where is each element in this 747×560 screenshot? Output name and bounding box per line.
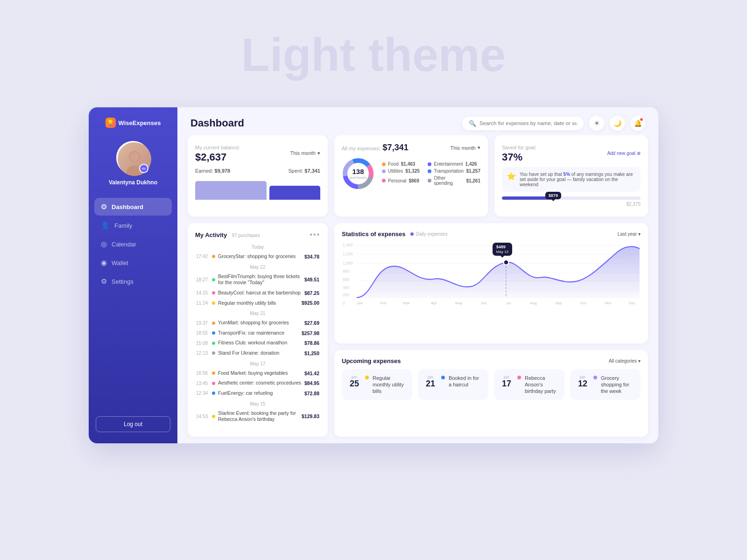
sidebar-item-label: Wallet bbox=[112, 259, 128, 266]
search-input[interactable] bbox=[479, 120, 577, 126]
notification-icon-button[interactable]: 🔔 bbox=[630, 116, 645, 131]
upcoming-item-1: jun 25 Regular monthly utility bills bbox=[342, 369, 412, 400]
svg-text:800: 800 bbox=[343, 269, 349, 273]
sidebar-item-dashboard[interactable]: ⊙ Dashboard bbox=[94, 198, 172, 216]
legend-other: Other spending $1,261 bbox=[428, 175, 480, 186]
sidebar-item-wallet[interactable]: ◉ Wallet bbox=[94, 254, 172, 272]
legend-personal: Personal $869 bbox=[382, 175, 423, 186]
stats-header: Statistics of expenses Daily expenses La… bbox=[342, 231, 641, 238]
sidebar-item-label: Calendar bbox=[112, 241, 136, 248]
upcoming-title: Upcoming expenses bbox=[342, 357, 401, 364]
goal-header: Saved for goal: 37% Add new goal ⊕ bbox=[502, 143, 641, 163]
all-categories-selector[interactable]: All categories ▾ bbox=[609, 358, 641, 364]
sidebar-item-calendar[interactable]: ◎ Calendar bbox=[94, 235, 172, 253]
chart-area-fill bbox=[357, 246, 640, 297]
calendar-icon: ◎ bbox=[101, 240, 107, 248]
sidebar-logout-area: Log out bbox=[96, 416, 170, 432]
food-dot bbox=[382, 162, 386, 166]
plus-circle-icon: ⊕ bbox=[637, 151, 641, 156]
legend-utilities: Utilities $1,325 bbox=[382, 168, 423, 174]
page-title: Dashboard bbox=[190, 117, 244, 129]
svg-text:1,000: 1,000 bbox=[343, 261, 353, 266]
svg-text:400: 400 bbox=[343, 285, 349, 290]
stats-period-selector[interactable]: Last year ▾ bbox=[618, 231, 641, 237]
nav-menu: ⊙ Dashboard 👤 Family ◎ Calendar ◉ Wallet… bbox=[89, 198, 177, 290]
goal-progress-tooltip: $879 bbox=[545, 192, 561, 199]
svg-text:May: May bbox=[455, 301, 462, 305]
expenses-value: $7,341 bbox=[383, 143, 409, 152]
sidebar-item-label: Family bbox=[114, 222, 132, 229]
dashboard-icon: ⊙ bbox=[101, 203, 107, 211]
svg-text:0: 0 bbox=[343, 301, 345, 306]
list-item: 19:37 YumMart: shopping for groceries $2… bbox=[195, 318, 320, 328]
legend-food: Food $1,463 bbox=[382, 161, 423, 167]
svg-text:Jun: Jun bbox=[481, 301, 487, 305]
topbar: Dashboard 🔍 ☀ 🌙 🔔 bbox=[177, 107, 658, 135]
sidebar-item-family[interactable]: 👤 Family bbox=[94, 217, 172, 234]
upcoming-dot-1 bbox=[365, 376, 369, 379]
date-group-may17: May 17 bbox=[195, 361, 320, 366]
goal-card: Saved for goal: 37% Add new goal ⊕ ⭐ You… bbox=[494, 135, 648, 217]
activity-dot-yellow bbox=[212, 301, 215, 305]
spent-bar bbox=[269, 186, 320, 200]
balance-label: My current balance: bbox=[195, 145, 240, 150]
svg-text:Jul: Jul bbox=[506, 301, 511, 305]
logout-button[interactable]: Log out bbox=[96, 416, 170, 432]
list-item: 11:24 Regular monthly utility bills $925… bbox=[195, 298, 320, 308]
upcoming-item-3: jun 17 Rebecca Anson's birthday party bbox=[494, 369, 564, 400]
svg-text:Feb: Feb bbox=[380, 301, 387, 305]
svg-text:Dec: Dec bbox=[629, 301, 635, 305]
sidebar: 💡 WiseExpenses ✏ Valentyna Dukhno ⊙ Dash… bbox=[89, 107, 177, 443]
activity-dot-blue2 bbox=[212, 392, 215, 395]
settings-icon: ⚙ bbox=[101, 277, 107, 286]
activity-list: Today 17:42 GroceryStar: shopping for gr… bbox=[195, 242, 320, 429]
svg-text:1,400: 1,400 bbox=[343, 243, 353, 247]
spent-label: Spent: $7,341 bbox=[288, 168, 320, 174]
utilities-dot bbox=[382, 169, 386, 173]
avatar-section: ✏ Valentyna Dukhno bbox=[109, 136, 157, 194]
activity-more-button[interactable]: ••• bbox=[310, 231, 320, 239]
stats-card: Statistics of expenses Daily expenses La… bbox=[334, 223, 648, 343]
earned-spent-row: Earned: $9,978 Spent: $7,341 bbox=[195, 168, 320, 174]
expense-legend: Food $1,463 Entertainment 1,426 Utilitie… bbox=[382, 161, 480, 186]
upcoming-header: Upcoming expenses All categories ▾ bbox=[342, 357, 641, 364]
list-item: 12:13 Stand For Ukraine: donation $1,250 bbox=[195, 348, 320, 358]
add-goal-button[interactable]: Add new goal ⊕ bbox=[607, 151, 641, 156]
donut-chart: 138 purchases bbox=[342, 157, 374, 190]
upcoming-dot-3 bbox=[517, 376, 521, 379]
list-item: 12:34 FuelEnergy: car refueling $72.88 bbox=[195, 388, 320, 399]
user-name: Valentyna Dukhno bbox=[109, 179, 157, 186]
personal-dot bbox=[382, 179, 386, 182]
star-icon: ⭐ bbox=[507, 172, 516, 181]
expenses-period-selector[interactable]: This month ▾ bbox=[451, 145, 480, 151]
activity-dot-green bbox=[212, 278, 215, 281]
activity-dot-yellow2 bbox=[212, 415, 215, 418]
list-item: 18:27 BestFilmTriumph: buying three tick… bbox=[195, 272, 320, 288]
date-group-today: Today bbox=[195, 245, 320, 250]
search-bar[interactable]: 🔍 bbox=[462, 117, 584, 130]
upcoming-dot-4 bbox=[593, 376, 597, 379]
stats-legend: Daily expenses bbox=[410, 231, 448, 237]
sidebar-item-settings[interactable]: ⚙ Settings bbox=[94, 273, 172, 290]
other-dot bbox=[428, 179, 431, 182]
balance-card-header: My current balance: $2,637 This month ▾ bbox=[195, 143, 320, 163]
chevron-down-icon: ▾ bbox=[638, 231, 641, 237]
svg-text:Jan: Jan bbox=[357, 301, 363, 305]
entertainment-dot bbox=[428, 162, 431, 166]
chevron-down-icon: ▾ bbox=[317, 150, 320, 156]
wallet-icon: ◉ bbox=[101, 259, 107, 267]
sidebar-logo-text: WiseExpenses bbox=[119, 119, 161, 126]
theme-icon-button[interactable]: 🌙 bbox=[610, 116, 625, 131]
upcoming-list: jun 25 Regular monthly utility bills jun… bbox=[342, 369, 641, 400]
balance-period-selector[interactable]: This month ▾ bbox=[290, 150, 320, 156]
family-icon: 👤 bbox=[101, 221, 110, 230]
upcoming-date-1: jun 25 bbox=[347, 375, 361, 389]
search-icon: 🔍 bbox=[469, 120, 476, 127]
brightness-icon-button[interactable]: ☀ bbox=[589, 116, 604, 131]
upcoming-dot-2 bbox=[441, 376, 445, 379]
goal-amounts: $2,375 bbox=[502, 202, 641, 207]
avatar-edit-badge[interactable]: ✏ bbox=[139, 164, 148, 173]
list-item: 15:08 Fitness Club: workout marathon $78… bbox=[195, 338, 320, 348]
earned-bar bbox=[195, 181, 267, 200]
date-group-may22: May 22 bbox=[195, 265, 320, 270]
